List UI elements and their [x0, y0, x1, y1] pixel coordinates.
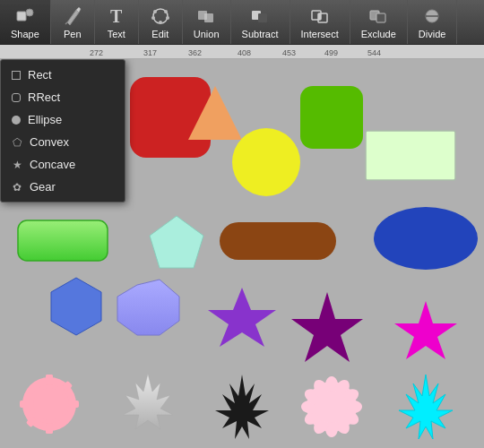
shape-green-squircle[interactable]: [300, 86, 363, 149]
svg-rect-26: [20, 401, 29, 408]
shape-cyan-pentagon[interactable]: [150, 216, 203, 268]
rect-indicator: [12, 71, 21, 80]
main-toolbar: Shape Pen T Text: [0, 0, 484, 45]
dropdown-item-ellipse[interactable]: Ellipse: [1, 108, 125, 131]
shape-blue-octagon[interactable]: [117, 280, 179, 335]
svg-point-31: [33, 388, 65, 420]
shape-silver-spike[interactable]: [123, 374, 173, 429]
edit-icon: [150, 5, 171, 27]
svg-rect-30: [46, 375, 53, 383]
ruler-mark-7: 544: [367, 48, 381, 57]
dropdown-concave-label: Concave: [30, 158, 75, 171]
toolbar-subtract[interactable]: Subtract: [231, 0, 290, 44]
toolbar-text[interactable]: T Text: [95, 0, 139, 44]
dropdown-item-rect[interactable]: Rect: [1, 64, 125, 86]
svg-text:T: T: [110, 6, 123, 26]
toolbar-intersect-label: Intersect: [301, 29, 339, 39]
svg-rect-16: [318, 13, 321, 20]
toolbar-pen[interactable]: Pen: [51, 0, 95, 44]
dropdown-convex-label: Convex: [30, 135, 69, 149]
shape-purple-star-6[interactable]: [208, 288, 276, 347]
dropdown-item-rrect[interactable]: RRect: [1, 86, 125, 108]
ruler-mark-6: 499: [324, 48, 338, 57]
divide-icon: [421, 5, 443, 27]
svg-point-47: [315, 391, 348, 423]
svg-rect-13: [258, 13, 267, 22]
toolbar-divide[interactable]: Divide: [408, 0, 458, 44]
ruler-mark-4: 408: [238, 48, 251, 57]
dropdown-item-concave[interactable]: ★ Concave: [1, 153, 125, 176]
exclude-icon: [367, 5, 389, 27]
svg-marker-33: [215, 375, 269, 439]
toolbar-subtract-label: Subtract: [242, 29, 279, 39]
dropdown-gear-label: Gear: [30, 180, 56, 194]
svg-rect-29: [46, 425, 53, 434]
toolbar-intersect[interactable]: Intersect: [290, 0, 350, 44]
svg-point-6: [164, 10, 168, 13]
shape-green-rrect[interactable]: [18, 220, 108, 261]
svg-marker-32: [123, 374, 173, 429]
ellipse-indicator: [12, 116, 21, 125]
ruler-mark-3: 362: [188, 48, 202, 57]
toolbar-pen-label: Pen: [64, 29, 82, 39]
dropdown-item-convex[interactable]: ⬠ Convex: [1, 131, 125, 153]
shape-dark-star-5[interactable]: [291, 292, 363, 362]
pen-icon: [62, 5, 83, 27]
svg-rect-0: [17, 12, 26, 21]
ruler-mark-5: 453: [282, 48, 296, 57]
shape-yellow-circle[interactable]: [232, 128, 300, 196]
shape-blue-hexagon[interactable]: [51, 278, 101, 335]
shape-pink-gear[interactable]: [20, 375, 79, 434]
horizontal-ruler: 272 317 362 408 453 499 544: [0, 45, 484, 59]
toolbar-union-label: Union: [194, 29, 220, 39]
subtract-icon: [249, 5, 271, 27]
svg-rect-11: [204, 13, 213, 22]
canvas-area: Rect RRect Ellipse ⬠ Convex ★ Concave ✿ …: [0, 59, 484, 448]
dropdown-rect-label: Rect: [28, 68, 52, 82]
shape-icon: [14, 5, 36, 27]
shape-black-spike[interactable]: [215, 375, 269, 439]
svg-marker-48: [399, 375, 453, 439]
shape-blue-ellipse[interactable]: [374, 207, 478, 270]
toolbar-text-label: Text: [108, 29, 125, 39]
toolbar-divide-label: Divide: [419, 29, 446, 39]
toolbar-union[interactable]: Union: [183, 0, 231, 44]
shape-cyan-spike[interactable]: [399, 375, 453, 439]
svg-point-7: [159, 21, 162, 24]
toolbar-shape-label: Shape: [11, 29, 39, 39]
svg-line-2: [65, 22, 67, 24]
ruler-mark-1: 272: [90, 48, 103, 57]
rrect-indicator: [12, 93, 21, 102]
union-icon: [195, 5, 217, 27]
shape-dropdown: Rect RRect Ellipse ⬠ Convex ★ Concave ✿ …: [0, 59, 125, 202]
text-icon: T: [106, 5, 127, 27]
concave-indicator: ★: [12, 159, 22, 171]
ruler-mark-2: 317: [143, 48, 157, 57]
svg-point-5: [153, 10, 157, 13]
toolbar-exclude-label: Exclude: [361, 29, 396, 39]
svg-rect-25: [70, 401, 79, 408]
intersect-icon: [309, 5, 331, 27]
svg-rect-18: [376, 13, 385, 22]
svg-point-1: [26, 9, 33, 16]
convex-indicator: ⬠: [12, 136, 22, 149]
toolbar-shape[interactable]: Shape: [0, 0, 51, 44]
gear-indicator: ✿: [12, 181, 22, 194]
dropdown-ellipse-label: Ellipse: [28, 113, 62, 126]
svg-point-8: [151, 16, 155, 20]
shape-light-green-rect[interactable]: [366, 131, 455, 180]
dropdown-rrect-label: RRect: [28, 90, 60, 104]
dropdown-item-gear[interactable]: ✿ Gear: [1, 176, 125, 198]
toolbar-edit[interactable]: Edit: [139, 0, 183, 44]
shape-pink-flower[interactable]: [301, 376, 362, 437]
toolbar-exclude[interactable]: Exclude: [350, 0, 408, 44]
shape-brown-pill[interactable]: [220, 222, 336, 260]
shape-red-rrect[interactable]: [130, 77, 211, 158]
shape-magenta-star[interactable]: [394, 301, 457, 359]
toolbar-edit-label: Edit: [151, 29, 169, 39]
svg-point-9: [166, 16, 169, 20]
